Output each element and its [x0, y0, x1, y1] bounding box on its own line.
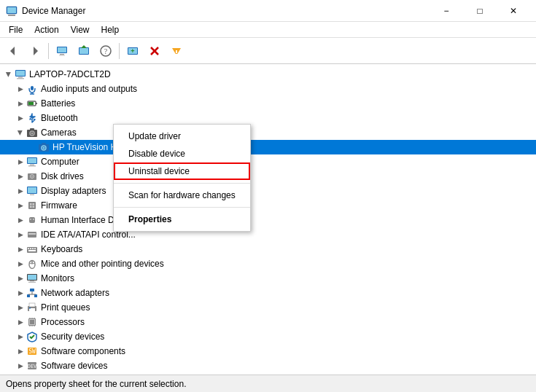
delete-icon — [149, 45, 160, 57]
firmware-icon — [26, 200, 38, 211]
menu-help[interactable]: Help — [96, 23, 125, 36]
svg-rect-61 — [30, 248, 31, 250]
cameras-expand: ▶ — [15, 127, 26, 138]
svg-text:SW: SW — [28, 348, 36, 355]
tree-root[interactable]: ▶ LAPTOP-7ADCLT2D — [0, 67, 536, 82]
sw-components-label: Software components — [41, 346, 125, 356]
properties2-button[interactable] — [166, 41, 187, 61]
tree-item-keyboards[interactable]: ▶ Keyboards — [0, 242, 536, 256]
svg-rect-2 — [7, 7, 16, 13]
svg-text:?: ? — [104, 47, 108, 55]
tree-item-network[interactable]: ▶ Network adapters — [0, 286, 536, 300]
audio-expand: ▶ — [15, 83, 26, 95]
keyboards-expand: ▶ — [15, 243, 26, 255]
help-button[interactable]: ? — [96, 41, 116, 61]
context-properties[interactable]: Properties — [114, 211, 250, 228]
tree-item-processors[interactable]: ▶ Processors — [0, 315, 536, 329]
display-expand: ▶ — [15, 185, 26, 197]
status-bar: Opens property sheet for the current sel… — [0, 375, 536, 392]
disk-expand: ▶ — [15, 170, 26, 182]
sw-comp-expand: ▶ — [15, 345, 26, 357]
tree-item-audio[interactable]: ▶ Audio inputs and outputs — [0, 82, 536, 96]
svg-rect-73 — [30, 289, 34, 291]
tree-item-security[interactable]: ▶ Security devices — [0, 329, 536, 344]
svg-text:DEV: DEV — [28, 364, 37, 369]
svg-rect-74 — [27, 294, 30, 297]
svg-rect-42 — [30, 165, 34, 166]
security-label: Security devices — [41, 332, 104, 342]
processor-icon — [26, 316, 38, 328]
tree-item-hp-camera[interactable]: ▶ HP TrueVision HD Camera — [0, 140, 536, 154]
svg-marker-3 — [10, 47, 15, 55]
svg-rect-75 — [34, 294, 37, 297]
network-label: Network adapters — [41, 288, 109, 298]
tree-item-sound[interactable]: ▶ Sound, video and game controllers — [0, 373, 536, 375]
svg-rect-26 — [31, 86, 34, 90]
tree-item-computer[interactable]: ▶ Computer — [0, 154, 536, 169]
svg-rect-63 — [34, 248, 36, 250]
svg-rect-54 — [29, 217, 35, 223]
disk-icon — [26, 170, 38, 182]
svg-rect-72 — [28, 282, 36, 283]
audio-icon — [26, 83, 38, 95]
tree-item-print[interactable]: ▶ Print queues — [0, 300, 536, 315]
tree-item-ide[interactable]: ▶ IDE ATA/ATAPI control... — [0, 227, 536, 242]
context-update-driver[interactable]: Update driver — [114, 128, 250, 145]
toolbar-sep-1 — [48, 43, 49, 59]
properties-button[interactable] — [52, 41, 72, 61]
battery-icon — [26, 98, 38, 109]
disk-label: Disk drives — [41, 171, 84, 181]
window-controls: − □ ✕ — [430, 0, 530, 22]
svg-rect-48 — [28, 187, 36, 193]
minimize-button[interactable]: − — [430, 0, 463, 22]
firmware-expand: ▶ — [15, 200, 26, 211]
sw-comp-icon: SW — [26, 345, 38, 357]
context-sep-1 — [114, 183, 250, 184]
menu-bar: File Action View Help — [0, 22, 536, 38]
update-driver-button[interactable] — [74, 41, 94, 61]
sw-dev-expand: ▶ — [15, 360, 26, 372]
tree-item-sw-devices[interactable]: ▶ DEV Software devices — [0, 358, 536, 373]
svg-rect-10 — [79, 48, 88, 54]
svg-rect-35 — [30, 128, 34, 130]
tree-item-cameras[interactable]: ▶ Cameras — [0, 125, 536, 140]
tree-item-display[interactable]: ▶ Display adapters — [0, 184, 536, 198]
monitors-expand: ▶ — [15, 273, 26, 284]
menu-view[interactable]: View — [65, 23, 96, 36]
toolbar: ? + — [0, 38, 536, 64]
tree-item-firmware[interactable]: ▶ Firmware — [0, 198, 536, 213]
svg-rect-82 — [29, 307, 31, 309]
firmware-label: Firmware — [41, 200, 77, 211]
sw-dev-icon: DEV — [26, 360, 38, 372]
close-button[interactable]: ✕ — [497, 0, 530, 22]
tree-item-mice[interactable]: ▶ Mice and other pointing devices — [0, 256, 536, 271]
hid-icon — [26, 214, 38, 226]
scan-button[interactable]: + — [123, 41, 143, 61]
security-icon — [26, 331, 38, 342]
context-sep-2 — [114, 207, 250, 208]
tree-item-bluetooth[interactable]: ▶ Bluetooth — [0, 111, 536, 125]
menu-file[interactable]: File — [3, 23, 28, 36]
tree-item-hid[interactable]: ▶ Human Interface Dev... — [0, 213, 536, 227]
svg-rect-1 — [8, 15, 15, 16]
camera-device-icon — [38, 141, 50, 153]
back-button[interactable] — [3, 41, 23, 61]
context-uninstall-device[interactable]: Uninstall device — [114, 162, 250, 180]
mice-label: Mice and other pointing devices — [41, 259, 164, 269]
tree-item-disk[interactable]: ▶ Disk drives — [0, 169, 536, 184]
delete-button[interactable] — [144, 41, 165, 61]
forward-button[interactable] — [25, 41, 45, 61]
computer-icon — [26, 156, 38, 168]
device-tree[interactable]: ▶ LAPTOP-7ADCLT2D ▶ — [0, 64, 536, 375]
tree-item-batteries[interactable]: ▶ Batteries — [0, 96, 536, 111]
context-scan-changes[interactable]: Scan for hardware changes — [114, 187, 250, 204]
tree-item-monitors[interactable]: ▶ Monitors — [0, 271, 536, 286]
context-disable-device[interactable]: Disable device — [114, 145, 250, 162]
menu-action[interactable]: Action — [28, 23, 64, 36]
svg-marker-4 — [34, 47, 38, 55]
svg-rect-58 — [28, 233, 36, 235]
back-icon — [7, 45, 19, 57]
tree-item-sw-components[interactable]: ▶ SW Software components — [0, 344, 536, 358]
maximize-button[interactable]: □ — [463, 0, 497, 22]
context-menu: Update driver Disable device Uninstall d… — [113, 124, 251, 232]
